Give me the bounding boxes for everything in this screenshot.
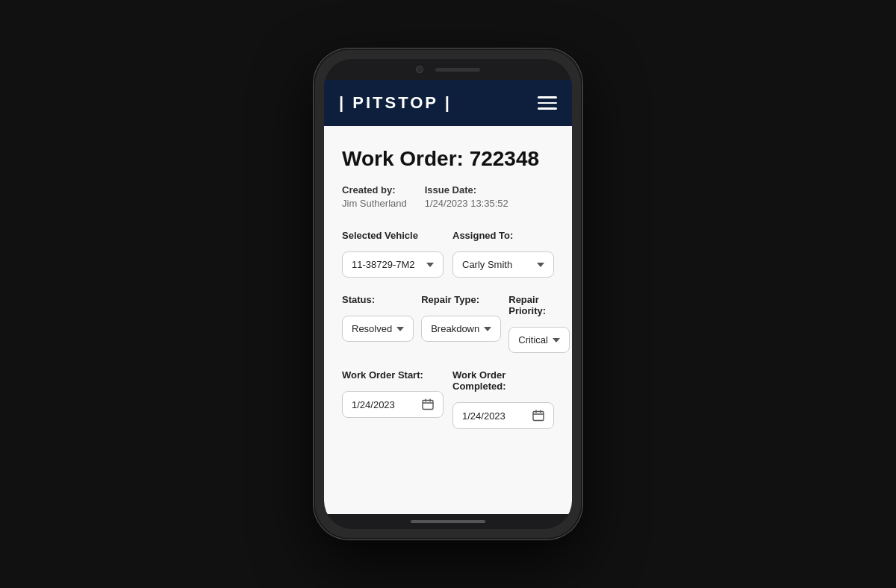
work-order-completed-input[interactable]: 1/24/2023 bbox=[452, 402, 554, 429]
selected-vehicle-label: Selected Vehicle bbox=[342, 230, 444, 241]
phone-device: | PITSTOP | Work Order: 722348 Created b… bbox=[314, 49, 582, 539]
selected-vehicle-dropdown[interactable]: 11-38729-7M2 bbox=[342, 251, 444, 278]
created-by-block: Created by: Jim Sutherland bbox=[342, 184, 407, 209]
repair-priority-value: Critical bbox=[518, 334, 548, 345]
phone-camera bbox=[416, 66, 423, 73]
selected-vehicle-group: Selected Vehicle 11-38729-7M2 bbox=[342, 230, 444, 278]
calendar-icon bbox=[422, 398, 434, 410]
work-order-start-value: 1/24/2023 bbox=[352, 399, 395, 410]
issue-date-label: Issue Date: bbox=[425, 184, 508, 196]
hamburger-line-3 bbox=[538, 107, 557, 110]
app-content: Work Order: 722348 Created by: Jim Suthe… bbox=[324, 126, 572, 514]
chevron-down-icon bbox=[396, 327, 404, 331]
work-order-completed-value: 1/24/2023 bbox=[462, 410, 505, 422]
phone-speaker bbox=[435, 68, 480, 72]
phone-top-bar bbox=[324, 59, 572, 80]
phone-bottom-bar bbox=[324, 514, 572, 529]
assigned-to-dropdown[interactable]: Carly Smith bbox=[452, 251, 554, 278]
home-indicator bbox=[411, 520, 485, 523]
svg-rect-0 bbox=[423, 401, 433, 410]
repair-type-value: Breakdown bbox=[431, 323, 479, 334]
calendar-icon bbox=[532, 410, 544, 422]
selected-vehicle-value: 11-38729-7M2 bbox=[352, 259, 415, 270]
repair-priority-label: Repair Priority: bbox=[508, 294, 570, 316]
work-order-start-group: Work Order Start: 1/24/2023 bbox=[342, 369, 444, 429]
status-repair-row: Status: Resolved Repair Type: Breakdown … bbox=[342, 294, 554, 353]
repair-type-dropdown[interactable]: Breakdown bbox=[421, 316, 501, 342]
hamburger-line-2 bbox=[538, 102, 557, 104]
created-by-label: Created by: bbox=[342, 184, 407, 196]
dates-row: Work Order Start: 1/24/2023 Work Order C… bbox=[342, 369, 554, 429]
assigned-to-group: Assigned To: Carly Smith bbox=[452, 230, 554, 278]
chevron-down-icon bbox=[484, 327, 491, 331]
chevron-down-icon bbox=[426, 263, 434, 267]
status-label: Status: bbox=[342, 294, 414, 305]
phone-screen: | PITSTOP | Work Order: 722348 Created b… bbox=[324, 59, 572, 529]
issue-date-value: 1/24/2023 13:35:52 bbox=[425, 198, 508, 209]
work-order-start-input[interactable]: 1/24/2023 bbox=[342, 391, 444, 418]
status-group: Status: Resolved bbox=[342, 294, 414, 353]
status-dropdown[interactable]: Resolved bbox=[342, 316, 414, 342]
work-order-start-label: Work Order Start: bbox=[342, 369, 444, 381]
work-order-completed-label: Work Order Completed: bbox=[452, 369, 554, 392]
hamburger-line-1 bbox=[538, 96, 557, 98]
repair-priority-dropdown[interactable]: Critical bbox=[508, 327, 570, 353]
assigned-to-value: Carly Smith bbox=[462, 259, 512, 270]
app-header: | PITSTOP | bbox=[324, 80, 572, 126]
meta-row: Created by: Jim Sutherland Issue Date: 1… bbox=[342, 184, 554, 209]
svg-rect-4 bbox=[533, 412, 544, 421]
repair-priority-group: Repair Priority: Critical bbox=[508, 294, 570, 353]
assigned-to-label: Assigned To: bbox=[452, 230, 554, 241]
vehicle-assigned-row: Selected Vehicle 11-38729-7M2 Assigned T… bbox=[342, 230, 554, 278]
repair-type-group: Repair Type: Breakdown bbox=[421, 294, 501, 353]
issue-date-block: Issue Date: 1/24/2023 13:35:52 bbox=[425, 184, 508, 209]
created-by-value: Jim Sutherland bbox=[342, 198, 407, 209]
repair-type-label: Repair Type: bbox=[421, 294, 501, 305]
work-order-completed-group: Work Order Completed: 1/24/2023 bbox=[452, 369, 554, 429]
app-logo: | PITSTOP | bbox=[339, 93, 452, 113]
hamburger-menu-button[interactable] bbox=[538, 96, 557, 110]
work-order-title: Work Order: 722348 bbox=[342, 147, 554, 171]
chevron-down-icon bbox=[537, 263, 544, 267]
status-value: Resolved bbox=[352, 323, 392, 334]
chevron-down-icon bbox=[553, 338, 560, 343]
